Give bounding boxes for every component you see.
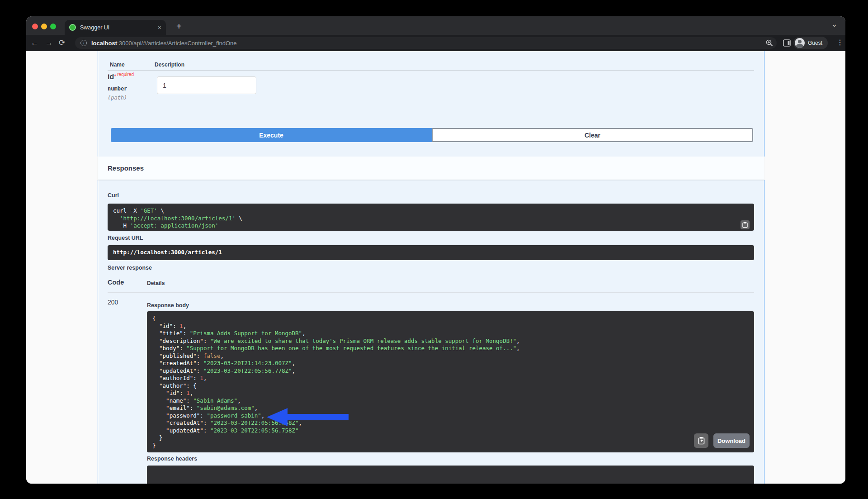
tab-close-icon[interactable]: × — [158, 24, 161, 31]
swagger-page: Name Description id*required number (pat… — [26, 51, 845, 484]
param-header-divider — [108, 70, 754, 71]
code-column-header: Code — [108, 279, 124, 286]
execute-button[interactable]: Execute — [111, 128, 432, 142]
url-host: localhost — [91, 40, 117, 47]
annotation-arrow — [265, 405, 355, 429]
curl-command-block: curl -X 'GET' \ 'http://localhost:3000/a… — [108, 204, 754, 231]
server-response-divider — [108, 292, 754, 293]
param-id-name: id*required — [108, 73, 134, 81]
forward-icon[interactable]: → — [45, 39, 53, 47]
server-response-label: Server response — [108, 265, 152, 271]
browser-toolbar: ← → ⟳ i localhost:3000/api/#/articles/Ar… — [26, 35, 845, 51]
side-panel-icon[interactable] — [783, 39, 791, 47]
clipboard-arrow-icon — [698, 437, 705, 445]
request-url-block: http://localhost:3000/articles/1 — [108, 245, 754, 260]
reload-icon[interactable]: ⟳ — [59, 39, 65, 47]
copy-response-button[interactable] — [694, 433, 708, 448]
address-bar[interactable]: i localhost:3000/api/#/articles/Articles… — [75, 37, 777, 49]
profile-button[interactable]: Guest — [793, 37, 828, 49]
profile-label: Guest — [808, 40, 822, 46]
param-col-name-header: Name — [110, 62, 125, 68]
response-headers-block — [147, 466, 754, 484]
minimize-window-button[interactable] — [41, 24, 47, 29]
response-body-label: Response body — [147, 302, 189, 309]
zoom-icon[interactable] — [766, 39, 773, 47]
clipboard-icon — [742, 222, 748, 228]
param-id-input[interactable] — [157, 76, 256, 94]
tab-swagger-ui[interactable]: Swagger UI × — [65, 20, 166, 35]
more-menu-icon[interactable]: ⋮ — [836, 39, 844, 46]
maximize-window-button[interactable] — [50, 24, 56, 29]
param-id-type: number — [108, 86, 127, 92]
info-icon[interactable]: i — [80, 40, 87, 46]
curl-label: Curl — [108, 192, 119, 199]
clear-button[interactable]: Clear — [432, 128, 753, 142]
responses-section-header: Responses — [98, 157, 764, 180]
new-tab-button[interactable]: + — [176, 22, 182, 31]
swagger-favicon-icon — [69, 24, 76, 31]
url-path: :3000/api/#/articles/ArticlesController_… — [117, 40, 236, 47]
tab-title: Swagger UI — [80, 24, 158, 31]
param-id-location: (path) — [108, 95, 127, 101]
required-label: required — [117, 72, 134, 77]
download-button[interactable]: Download — [713, 433, 750, 448]
required-star: * — [114, 73, 116, 80]
tab-strip: Swagger UI × + ⌄ — [26, 16, 845, 35]
tab-search-chevron-icon[interactable]: ⌄ — [831, 20, 838, 28]
request-url-label: Request URL — [108, 235, 143, 241]
status-code: 200 — [108, 299, 118, 306]
url-text: localhost:3000/api/#/articles/ArticlesCo… — [91, 40, 237, 47]
responses-title: Responses — [108, 164, 144, 172]
copy-curl-button[interactable] — [741, 220, 750, 229]
browser-window: Swagger UI × + ⌄ ← → ⟳ i localhost:3000/… — [26, 16, 845, 484]
close-window-button[interactable] — [32, 24, 38, 29]
back-icon[interactable]: ← — [31, 39, 38, 47]
param-col-description-header: Description — [155, 62, 184, 68]
response-headers-label: Response headers — [147, 456, 197, 462]
avatar-icon — [795, 38, 805, 48]
details-column-header: Details — [147, 280, 165, 286]
response-body-block: { "id": 1, "title": "Prisma Adds Support… — [147, 311, 754, 452]
